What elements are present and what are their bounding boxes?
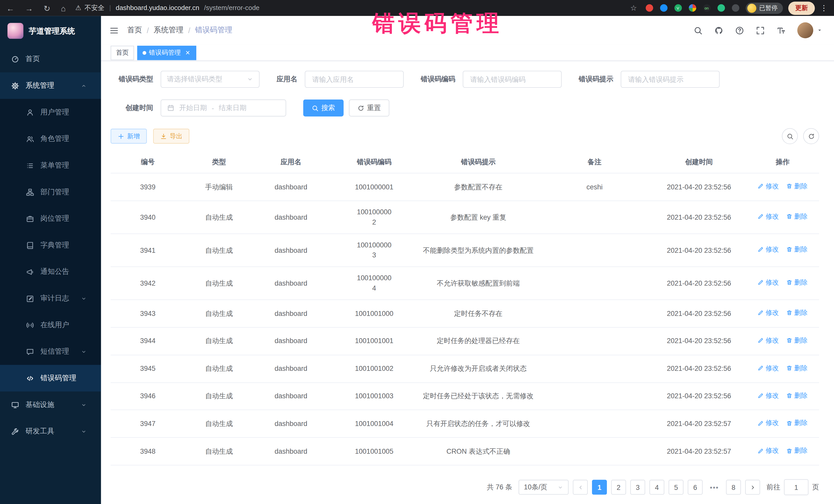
edit-link[interactable]: 修改 <box>758 181 779 192</box>
search-icon[interactable] <box>694 26 703 35</box>
more-pages-button[interactable]: ••• <box>707 480 722 495</box>
delete-link[interactable]: 删除 <box>786 335 808 345</box>
delete-link[interactable]: 删除 <box>786 245 808 255</box>
edit-link[interactable]: 修改 <box>758 363 779 373</box>
fullscreen-icon[interactable] <box>756 26 765 35</box>
delete-icon <box>786 246 793 253</box>
app-name-input[interactable] <box>311 75 397 84</box>
error-msg-input[interactable] <box>627 75 714 84</box>
security-indicator[interactable]: ⚠ 不安全 <box>75 3 105 12</box>
sidebar-item-14[interactable]: 研发工具 <box>0 418 101 445</box>
extension-grid-icon[interactable] <box>688 4 696 12</box>
goto-page-input[interactable] <box>784 479 808 495</box>
sidebar-item-12[interactable]: 错误码管理 <box>0 365 101 392</box>
delete-link[interactable]: 删除 <box>786 418 808 428</box>
browser-update-button[interactable]: 更新 <box>788 1 815 15</box>
extension-red-icon[interactable] <box>645 4 653 12</box>
edit-link[interactable]: 修改 <box>758 391 779 400</box>
date-range-picker[interactable]: 开始日期 - 结束日期 <box>161 100 286 116</box>
delete-link[interactable]: 删除 <box>786 363 808 373</box>
filter-msg: 错误码提示 <box>579 71 720 88</box>
cell-time: 2021-04-20 23:52:56 <box>652 300 746 327</box>
error-type-select[interactable]: 请选择错误码类型 <box>161 71 260 88</box>
page-button-3[interactable]: 3 <box>630 480 645 495</box>
edit-link[interactable]: 修改 <box>758 278 779 288</box>
error-code-input[interactable] <box>469 75 555 84</box>
edit-icon <box>758 183 764 190</box>
cell-remark <box>537 410 652 438</box>
profile-paused-badge[interactable]: 已暂停 <box>745 2 783 14</box>
sidebar-item-9[interactable]: 审计日志 <box>0 285 101 312</box>
edit-link[interactable]: 修改 <box>758 308 779 318</box>
sidebar-item-7[interactable]: 字典管理 <box>0 232 101 259</box>
page-button-8[interactable]: 8 <box>726 480 741 495</box>
edit-link[interactable]: 修改 <box>758 418 779 428</box>
forward-icon[interactable]: → <box>25 4 33 12</box>
sidebar-item-4[interactable]: 菜单管理 <box>0 152 101 179</box>
edit-link[interactable]: 修改 <box>758 446 779 456</box>
delete-link[interactable]: 删除 <box>786 308 808 318</box>
edit-link[interactable]: 修改 <box>758 335 779 345</box>
extension-teal-icon[interactable] <box>717 4 725 12</box>
sidebar-item-2[interactable]: 用户管理 <box>0 99 101 126</box>
page-button-4[interactable]: 4 <box>650 480 664 495</box>
prev-page-button[interactable] <box>573 480 588 495</box>
delete-link[interactable]: 删除 <box>786 181 808 192</box>
page-size-select[interactable]: 10条/页 <box>519 480 569 495</box>
reload-icon[interactable]: ↻ <box>44 4 50 12</box>
breadcrumb-system[interactable]: 系统管理 <box>154 25 183 35</box>
back-icon[interactable]: ← <box>6 4 14 12</box>
cell-remark <box>537 355 652 382</box>
sidebar-logo-row[interactable]: 芋道管理系统 <box>0 16 101 46</box>
font-size-icon[interactable] <box>776 26 786 35</box>
reset-button[interactable]: 重置 <box>349 100 390 116</box>
delete-link[interactable]: 删除 <box>786 391 808 400</box>
search-button[interactable]: 搜索 <box>303 100 344 116</box>
page-button-1[interactable]: 1 <box>592 480 607 495</box>
refresh-table-button[interactable] <box>803 128 819 144</box>
address-bar[interactable]: ⚠ 不安全 | dashboard.yudao.iocoder.cn/syste… <box>75 3 630 12</box>
export-button[interactable]: 导出 <box>153 129 190 144</box>
sidebar-item-6[interactable]: 岗位管理 <box>0 205 101 232</box>
table-row: 3947自动生成dashboard1001001004只有开启状态的任务，才可以… <box>111 410 819 438</box>
add-button[interactable]: 新增 <box>111 129 147 144</box>
toggle-search-button[interactable] <box>782 128 798 144</box>
tab-error-code[interactable]: 错误码管理 <box>137 45 196 60</box>
next-page-button[interactable] <box>745 480 760 495</box>
bookmark-star-icon[interactable]: ☆ <box>630 4 637 12</box>
extension-pin-icon[interactable] <box>731 4 739 12</box>
extension-blue-icon[interactable] <box>660 4 667 12</box>
breadcrumb-home[interactable]: 首页 <box>127 25 142 35</box>
page-button-2[interactable]: 2 <box>611 480 626 495</box>
user-menu[interactable] <box>797 22 822 38</box>
delete-link[interactable]: 删除 <box>786 278 808 288</box>
page-button-5[interactable]: 5 <box>668 480 683 495</box>
home-icon[interactable]: ⌂ <box>61 4 66 12</box>
hamburger-icon[interactable] <box>110 26 118 35</box>
question-icon[interactable] <box>735 26 744 35</box>
sidebar-item-10[interactable]: 在线用户 <box>0 312 101 338</box>
sidebar-item-3[interactable]: 角色管理 <box>0 126 101 152</box>
sidebar-item-0[interactable]: 首页 <box>0 46 101 72</box>
page-button-6[interactable]: 6 <box>688 480 703 495</box>
sidebar-item-1[interactable]: 系统管理 <box>0 72 101 99</box>
export-button-label: 导出 <box>170 132 182 140</box>
extension-dark-on-icon[interactable]: on <box>703 4 710 12</box>
close-icon[interactable] <box>184 49 191 56</box>
tab-home[interactable]: 首页 <box>111 45 134 60</box>
edit-link[interactable]: 修改 <box>758 212 779 222</box>
url-host: dashboard.yudao.iocoder.cn <box>116 4 199 12</box>
delete-link[interactable]: 删除 <box>786 212 808 222</box>
delete-link[interactable]: 删除 <box>786 446 808 456</box>
sidebar-item-5[interactable]: 部门管理 <box>0 179 101 205</box>
sidebar-item-11[interactable]: 短信管理 <box>0 338 101 365</box>
browser-menu-icon[interactable]: ⋮ <box>820 4 828 12</box>
sidebar-item-13[interactable]: 基础设施 <box>0 392 101 418</box>
dashboard-icon <box>10 55 20 63</box>
delete-icon <box>786 365 793 371</box>
github-icon[interactable] <box>715 26 723 35</box>
main-area: 首页 / 系统管理 / 错误码管理 首页 <box>101 16 834 504</box>
sidebar-item-8[interactable]: 通知公告 <box>0 258 101 285</box>
edit-link[interactable]: 修改 <box>758 245 779 255</box>
extension-green-check-icon[interactable]: V <box>674 4 682 12</box>
